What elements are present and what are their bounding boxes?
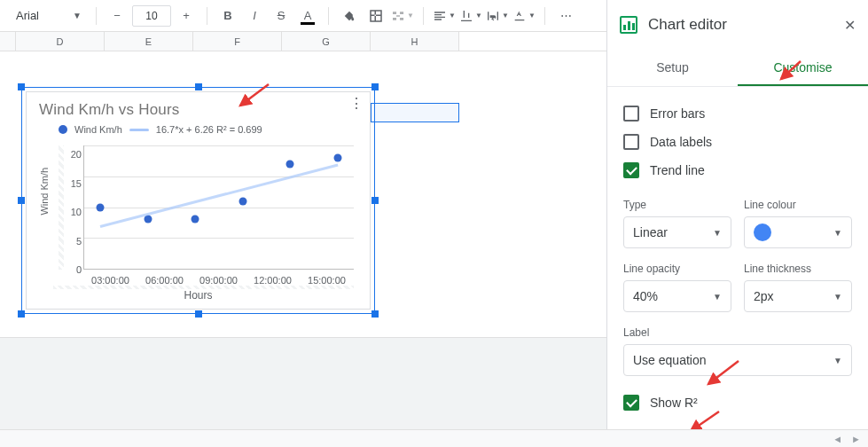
scroll-right-icon[interactable]: ► <box>851 434 861 444</box>
resize-handle[interactable] <box>371 197 379 204</box>
resize-handle[interactable] <box>18 197 25 204</box>
horizontal-align-button[interactable]: ▼ <box>433 4 456 27</box>
y-tick-labels: 0 5 10 15 20 <box>66 144 82 270</box>
checkbox-data-labels[interactable]: Data labels <box>623 128 852 156</box>
separator <box>423 7 424 25</box>
tab-setup[interactable]: Setup <box>607 50 738 86</box>
chart-editor-icon <box>620 16 637 34</box>
checkbox-label: Show R² <box>650 396 698 410</box>
scroll-left-icon[interactable]: ◄ <box>833 434 842 444</box>
selected-cell-outline <box>371 103 459 122</box>
field-label: Line opacity <box>623 263 731 275</box>
line-thickness-dropdown[interactable]: 2px▼ <box>744 280 852 312</box>
checkbox-show-r2[interactable]: Show R² <box>623 388 852 417</box>
text-color-button[interactable]: A <box>296 4 319 27</box>
close-panel-button[interactable]: ✕ <box>844 17 856 34</box>
resize-handle[interactable] <box>195 310 202 318</box>
legend-series-label: Wind Km/h <box>74 124 122 135</box>
align-left-icon <box>433 9 447 23</box>
col-header-E[interactable]: E <box>105 32 193 51</box>
resize-handle[interactable] <box>195 83 202 90</box>
borders-icon <box>368 8 384 24</box>
field-label: Type <box>623 199 731 211</box>
strikethrough-button[interactable]: S <box>270 4 293 27</box>
font-family-value: Arial <box>16 9 39 22</box>
panel-header: Chart editor ✕ <box>607 0 868 50</box>
column-headers: D E F G H <box>0 32 606 51</box>
resize-handle[interactable] <box>18 310 25 318</box>
data-point <box>144 216 152 224</box>
merge-cells-button[interactable]: ▼ <box>391 4 414 27</box>
field-label: Label <box>623 326 852 339</box>
vertical-align-button[interactable]: ▼ <box>459 4 482 27</box>
tab-customise[interactable]: Customise <box>738 50 868 86</box>
panel-tabs: Setup Customise <box>607 50 868 87</box>
fill-color-button[interactable] <box>338 4 361 27</box>
resize-handle[interactable] <box>371 310 379 318</box>
font-size-decrease[interactable]: − <box>106 4 129 27</box>
trendline-label-dropdown[interactable]: Use equation▼ <box>623 344 852 376</box>
col-header-D[interactable]: D <box>16 32 105 51</box>
field-label: Line thickness <box>744 263 852 275</box>
font-size-increase[interactable]: + <box>175 4 198 27</box>
borders-button[interactable] <box>364 4 387 27</box>
italic-button[interactable]: I <box>243 4 266 27</box>
col-header-G[interactable]: G <box>282 32 371 51</box>
chart-legend: Wind Km/h 16.7*x + 6.26 R² = 0.699 <box>32 119 364 140</box>
resize-handle[interactable] <box>371 83 379 90</box>
chart-editor-panel: Chart editor ✕ Setup Customise Error bar… <box>606 0 868 429</box>
data-point <box>192 216 199 224</box>
data-point <box>286 160 294 168</box>
text-wrap-button[interactable]: ▼ <box>486 4 509 27</box>
checkbox-trend-line[interactable]: Trend line <box>623 156 852 184</box>
caret-down-icon: ▼ <box>73 11 82 20</box>
checkbox-label: Error bars <box>650 106 705 121</box>
paint-bucket-icon <box>341 8 357 24</box>
checkbox-checked-icon <box>623 395 639 411</box>
legend-trendline-label: 16.7*x + 6.26 R² = 0.699 <box>156 124 262 135</box>
bold-button[interactable]: B <box>216 4 239 27</box>
rotation-icon <box>512 9 527 23</box>
font-family-picker[interactable]: Arial ▼ <box>9 4 87 27</box>
sheet-footer-gap <box>0 337 606 429</box>
caret-down-icon: ▼ <box>713 292 722 302</box>
statusbar: ◄ ► <box>0 429 868 447</box>
x-axis-title: Hours <box>35 289 361 302</box>
col-header-F[interactable]: F <box>193 32 282 51</box>
checkbox-label: Data labels <box>650 135 712 149</box>
separator <box>207 7 207 25</box>
resize-handle[interactable] <box>18 83 25 90</box>
wrap-icon <box>486 9 500 23</box>
checkbox-error-bars[interactable]: Error bars <box>623 99 852 128</box>
caret-down-icon: ▼ <box>833 292 842 302</box>
legend-marker-icon <box>59 125 67 134</box>
legend-trendline-icon <box>129 129 149 131</box>
panel-body: Error bars Data labels Trend line Type L… <box>607 87 868 429</box>
line-colour-dropdown[interactable]: ▼ <box>744 216 852 248</box>
x-tick-labels: 03:00:00 06:00:00 09:00:00 12:00:00 15:0… <box>83 275 354 286</box>
merge-icon <box>391 8 405 24</box>
checkbox-label: Trend line <box>650 163 705 177</box>
caret-down-icon: ▼ <box>833 228 842 238</box>
checkbox-icon <box>623 134 639 150</box>
data-point <box>334 153 342 161</box>
field-label: Line colour <box>744 199 852 211</box>
embedded-chart[interactable]: ⋮ Wind Km/h vs Hours Wind Km/h 16.7*x + … <box>26 91 371 310</box>
chart-selection-frame[interactable]: ⋮ Wind Km/h vs Hours Wind Km/h 16.7*x + … <box>21 87 375 314</box>
separator <box>96 7 97 25</box>
separator <box>544 7 545 25</box>
y-axis-title: Wind Km/h <box>39 168 50 216</box>
separator <box>328 7 329 25</box>
chart-title: Wind Km/h vs Hours <box>32 101 364 119</box>
data-point <box>97 203 105 211</box>
checkbox-icon <box>623 106 639 122</box>
font-size-input[interactable]: 10 <box>132 5 171 27</box>
text-rotation-button[interactable]: ▼ <box>512 4 536 27</box>
col-header-H[interactable]: H <box>371 32 459 51</box>
plot-hatch <box>59 145 64 270</box>
more-toolbar-button[interactable]: ⋯ <box>554 4 577 27</box>
chart-menu-button[interactable]: ⋮ <box>349 98 363 110</box>
caret-down-icon: ▼ <box>713 228 722 238</box>
line-opacity-dropdown[interactable]: 40%▼ <box>623 280 731 312</box>
trendline-type-dropdown[interactable]: Linear▼ <box>623 216 731 248</box>
